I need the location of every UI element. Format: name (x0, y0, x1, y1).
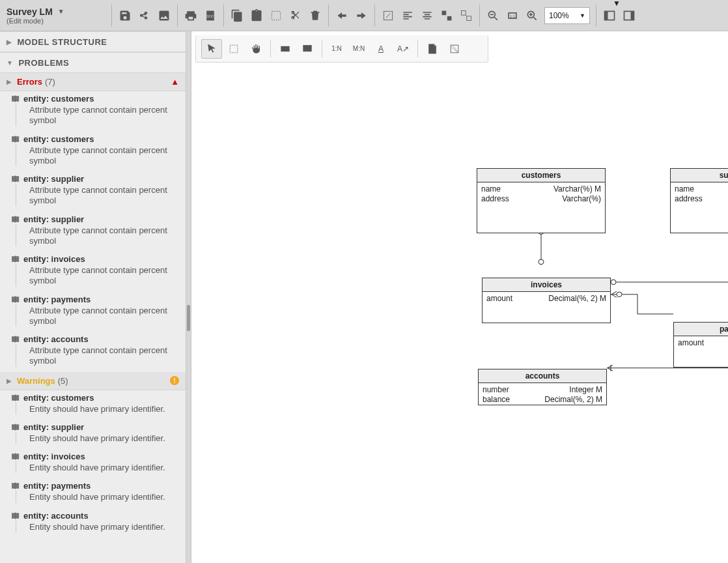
error-title: entity: supplier (23, 174, 84, 184)
svg-rect-41 (15, 336, 16, 342)
entity-customers[interactable]: customersnameVarchar(%) MaddressVarchar(… (477, 168, 606, 233)
label-a2-tool-icon[interactable]: A↗ (393, 39, 413, 59)
errors-header[interactable]: ▶ Errors (7) ▲ (0, 73, 186, 91)
caret-right-icon: ▶ (7, 38, 12, 46)
error-item[interactable]: entity: customersAttribute type cannot c… (0, 91, 186, 132)
zoom-in-icon[interactable] (522, 5, 542, 27)
separator (177, 5, 178, 27)
section-problems[interactable]: ▼ PROBLEMS (0, 52, 186, 73)
svg-rect-2 (272, 11, 280, 20)
chevron-down-icon[interactable]: ▼ (58, 8, 64, 15)
m-n-tool-icon[interactable]: M:N (348, 39, 369, 59)
attribute-type: Decimal(%, 2) M (548, 294, 606, 304)
entity-invoices[interactable]: invoicesamountDecimal(%, 2) M (482, 278, 611, 323)
undo-icon[interactable] (332, 5, 352, 27)
entity2-tool-icon[interactable] (297, 39, 318, 59)
svg-rect-55 (16, 513, 19, 519)
trash-icon[interactable] (305, 5, 325, 27)
attribute-name: amount (678, 338, 704, 348)
entity-payments[interactable]: paymentsamountDecimal(%, 2) M (673, 322, 728, 368)
warning-item[interactable]: entity: accountsEntity should have prima… (0, 508, 186, 538)
label-a-tool-icon[interactable]: A (371, 39, 391, 59)
attribute-row: addressVarchar(%) M (675, 194, 728, 204)
note-tool-icon[interactable] (422, 39, 443, 59)
warning-message: Entity should have primary identifier. (16, 403, 179, 414)
warning-list: entity: customersEntity should have prim… (0, 390, 186, 538)
error-item[interactable]: entity: supplierAttribute type cannot co… (0, 171, 186, 212)
error-message: Attribute type cannot contain percent sy… (16, 104, 179, 126)
copy-icon[interactable] (227, 5, 247, 27)
caret-right-icon: ▶ (7, 377, 12, 384)
caret-down-icon: ▼ (7, 59, 13, 66)
title-block[interactable]: Survey LM ▼ (Edit mode) (4, 3, 108, 29)
share-icon[interactable] (135, 5, 154, 27)
paste-special-icon[interactable] (266, 5, 286, 27)
warning-title: entity: customers (23, 393, 94, 403)
error-item[interactable]: entity: customersAttribute type cannot c… (0, 132, 186, 172)
svg-rect-33 (12, 256, 15, 262)
svg-rect-59 (303, 46, 311, 51)
entity-supplier[interactable]: suppliernameVarchar(%) MaddressVarchar(%… (670, 168, 728, 233)
warning-item[interactable]: entity: paymentsEntity should have prima… (0, 478, 186, 508)
top-marker-icon: ▼ (613, 0, 621, 8)
warning-item[interactable]: entity: customersEntity should have prim… (0, 390, 186, 420)
error-item[interactable]: entity: invoicesAttribute type cannot co… (0, 252, 186, 292)
canvas-toolbar: 1:N M:N A A↗ (195, 35, 488, 63)
section-model-structure[interactable]: ▶ MODEL STRUCTURE (0, 31, 186, 52)
svg-point-72 (617, 292, 622, 297)
pan-tool-icon[interactable] (245, 39, 266, 59)
warning-message: Entity should have primary identifier. (16, 521, 179, 532)
error-item[interactable]: entity: paymentsAttribute type cannot co… (0, 292, 186, 332)
svg-rect-47 (15, 424, 16, 430)
splitter[interactable] (186, 31, 191, 563)
pattern-tool-icon[interactable] (444, 39, 465, 59)
align-left-icon[interactable] (398, 5, 417, 27)
canvas-area[interactable]: 1:N M:N A A↗ (191, 31, 728, 563)
pointer-tool-icon[interactable] (201, 39, 222, 59)
entity-icon (12, 216, 20, 223)
entity-accounts[interactable]: accountsnumberInteger MbalanceDecimal(%,… (478, 369, 607, 405)
one-n-tool-icon[interactable]: 1:N (326, 39, 347, 59)
er-canvas[interactable]: customersnameVarchar(%) MaddressVarchar(… (191, 63, 728, 563)
marquee-tool-icon[interactable] (223, 39, 244, 59)
zoom-select[interactable]: 100% ▼ (544, 7, 590, 24)
save-icon[interactable] (115, 5, 135, 27)
error-message: Attribute type cannot contain percent sy… (16, 224, 179, 247)
attribute-type: Decimal(%, 2) M (544, 395, 602, 405)
paste-icon[interactable] (247, 5, 266, 27)
edit-box-icon[interactable] (378, 5, 398, 27)
entity-icon (12, 255, 20, 263)
caret-right-icon: ▶ (7, 78, 12, 85)
panel-right-icon[interactable] (619, 5, 639, 27)
separator (417, 40, 418, 57)
entity-icon (12, 95, 20, 102)
redo-icon[interactable] (352, 5, 371, 27)
svg-point-68 (611, 280, 616, 285)
svg-rect-20 (631, 11, 634, 20)
error-item[interactable]: entity: accountsAttribute type cannot co… (0, 332, 186, 372)
warning-message: Entity should have primary identifier. (16, 461, 179, 473)
warnings-header[interactable]: ▶ Warnings (5) ! (0, 372, 186, 390)
warning-item[interactable]: entity: invoicesEntity should have prima… (0, 449, 186, 478)
image-icon[interactable] (154, 5, 174, 27)
attribute-name: address (675, 194, 703, 204)
group-icon[interactable] (437, 5, 456, 27)
error-item[interactable]: entity: supplierAttribute type cannot co… (0, 212, 186, 252)
zoom-fit-icon[interactable]: 1:1 (503, 5, 522, 27)
separator (322, 40, 322, 57)
cut-icon[interactable] (286, 5, 305, 27)
warning-triangle-icon: ▲ (171, 77, 179, 87)
zoom-out-icon[interactable] (483, 5, 503, 27)
warning-item[interactable]: entity: supplierEntity should have prima… (0, 420, 186, 449)
align-center-icon[interactable] (417, 5, 437, 27)
warning-message: Entity should have primary identifier. (16, 491, 179, 502)
ungroup-icon[interactable] (456, 5, 476, 27)
print-icon[interactable] (181, 5, 201, 27)
doc-icon[interactable]: DOC (201, 5, 220, 27)
separator (374, 5, 375, 27)
svg-point-64 (539, 259, 544, 265)
svg-rect-18 (605, 11, 608, 20)
entity-icon (12, 453, 20, 460)
svg-rect-40 (16, 336, 19, 342)
entity-tool-icon[interactable] (275, 39, 296, 59)
